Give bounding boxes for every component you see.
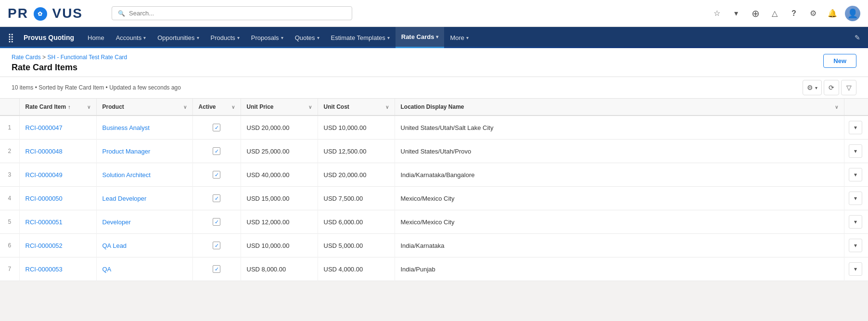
add-button[interactable]: ⊕ (749, 7, 762, 20)
location-cell: Mexico/Mexico City (395, 187, 844, 210)
refresh-icon: ⟳ (829, 84, 834, 91)
page-header: Rate Cards > SH - Functional Test Rate C… (0, 48, 868, 77)
rci-link[interactable]: RCI-0000053 (26, 266, 63, 273)
active-checkbox[interactable]: ✓ (213, 194, 220, 202)
chevron-down-button[interactable]: ▾ (729, 7, 743, 20)
rci-cell: RCI-0000047 (19, 116, 96, 140)
apps-grid-icon[interactable]: ⣿ (4, 28, 18, 47)
active-chevron-icon: ∨ (231, 104, 235, 110)
unit-price-cell: USD 40,000.00 (241, 163, 318, 187)
row-num: 2 (0, 140, 19, 163)
nav-label-rate-cards: Rate Cards (401, 33, 434, 40)
breadcrumb-rate-card-detail[interactable]: SH - Functional Test Rate Card (47, 54, 127, 61)
active-cell: ✓ (192, 257, 241, 281)
row-action-button[interactable]: ▾ (849, 144, 862, 158)
active-checkbox[interactable]: ✓ (213, 171, 220, 179)
nav-label-estimate-templates: Estimate Templates (331, 34, 385, 41)
active-checkbox[interactable]: ✓ (213, 147, 220, 155)
nav-edit-icon[interactable]: ✎ (851, 30, 864, 45)
location-cell: India/Karnataka (395, 234, 844, 257)
location-cell: India/Punjab (395, 257, 844, 281)
triangle-alert-button[interactable]: △ (768, 7, 781, 20)
col-header-active[interactable]: Active ∨ (192, 99, 241, 116)
product-link[interactable]: Developer (102, 218, 131, 226)
nav-item-more[interactable]: More ▾ (444, 27, 474, 48)
nav-item-home[interactable]: Home (82, 27, 110, 48)
search-bar[interactable]: 🔍 (112, 6, 352, 20)
row-action-button[interactable]: ▾ (849, 262, 862, 276)
row-action-cell: ▾ (844, 187, 868, 210)
col-header-num (0, 99, 19, 116)
rci-link[interactable]: RCI-0000051 (26, 218, 63, 226)
table-row: 7 RCI-0000053 QA ✓ USD 8,000.00 USD 4,00… (0, 257, 868, 281)
nav-item-rate-cards[interactable]: Rate Cards ▾ (396, 27, 445, 48)
rci-link[interactable]: RCI-0000052 (26, 242, 63, 249)
notifications-button[interactable]: 🔔 (826, 7, 839, 20)
product-link[interactable]: Business Analyst (102, 124, 150, 131)
quotes-chevron-icon: ▾ (317, 35, 319, 40)
rci-link[interactable]: RCI-0000047 (26, 124, 63, 131)
active-checkbox[interactable]: ✓ (213, 265, 220, 273)
search-input[interactable] (129, 10, 346, 17)
row-action-button[interactable]: ▾ (849, 215, 862, 229)
settings-dropdown-button[interactable]: ⚙ ▾ (803, 80, 822, 95)
star-button[interactable]: ☆ (710, 7, 724, 20)
active-checkbox[interactable]: ✓ (213, 218, 220, 226)
product-cell: QA (96, 257, 192, 281)
col-header-product[interactable]: Product ∨ (96, 99, 192, 116)
table-header-row: Rate Card Item ↑ ∨ Product ∨ Activ (0, 99, 868, 116)
row-num: 7 (0, 257, 19, 281)
filter-button[interactable]: ▽ (841, 80, 856, 95)
product-link[interactable]: Lead Developer (102, 195, 147, 202)
col-label-unit-cost: Unit Cost (324, 103, 349, 110)
col-header-location[interactable]: Location Display Name ∨ (395, 99, 844, 116)
refresh-button[interactable]: ⟳ (824, 80, 839, 95)
new-button[interactable]: New (823, 54, 856, 68)
nav-item-opportunities[interactable]: Opportunities ▾ (152, 27, 204, 48)
col-header-unit-cost[interactable]: Unit Cost ∨ (318, 99, 395, 116)
breadcrumb-rate-cards[interactable]: Rate Cards (12, 54, 41, 61)
active-checkbox[interactable]: ✓ (213, 124, 220, 131)
row-action-button[interactable]: ▾ (849, 168, 862, 181)
row-action-button[interactable]: ▾ (849, 239, 862, 252)
col-header-unit-price[interactable]: Unit Price ∨ (241, 99, 318, 116)
nav-item-proposals[interactable]: Proposals ▾ (245, 27, 289, 48)
product-cell: Lead Developer (96, 187, 192, 210)
rci-link[interactable]: RCI-0000048 (26, 148, 63, 155)
rci-link[interactable]: RCI-0000050 (26, 195, 63, 202)
settings-chevron-icon: ▾ (815, 85, 817, 90)
active-cell: ✓ (192, 140, 241, 163)
rci-link[interactable]: RCI-0000049 (26, 171, 63, 179)
chevron-down-icon: ▾ (734, 9, 738, 18)
avatar[interactable]: 👤 (845, 6, 860, 21)
location-cell: United States/Utah/Salt Lake City (395, 116, 844, 140)
product-link[interactable]: QA (102, 266, 112, 273)
col-label-rci: Rate Card Item (26, 103, 66, 110)
product-link[interactable]: QA Lead (102, 242, 127, 249)
settings-button[interactable]: ⚙ (806, 7, 820, 20)
star-icon: ☆ (714, 9, 720, 18)
unit-price-cell: USD 20,000.00 (241, 116, 318, 140)
accounts-chevron-icon: ▾ (143, 35, 146, 40)
row-action-button[interactable]: ▾ (849, 192, 862, 205)
product-cell: Business Analyst (96, 116, 192, 140)
unit-price-cell: USD 10,000.00 (241, 234, 318, 257)
row-num: 3 (0, 163, 19, 187)
help-button[interactable]: ? (787, 7, 801, 20)
product-cell: Solution Architect (96, 163, 192, 187)
row-action-cell: ▾ (844, 140, 868, 163)
rci-cell: RCI-0000053 (19, 257, 96, 281)
nav-item-quotes[interactable]: Quotes ▾ (289, 27, 325, 48)
header-right: New (823, 54, 856, 68)
content-area: Rate Cards > SH - Functional Test Rate C… (0, 48, 868, 281)
active-checkbox[interactable]: ✓ (213, 242, 220, 249)
col-header-rci[interactable]: Rate Card Item ↑ ∨ (19, 99, 96, 116)
product-link[interactable]: Solution Architect (102, 171, 151, 179)
nav-item-estimate-templates[interactable]: Estimate Templates ▾ (325, 27, 396, 48)
product-link[interactable]: Product Manager (102, 148, 151, 155)
row-action-button[interactable]: ▾ (849, 121, 862, 134)
unit-cost-cell: USD 4,000.00 (318, 257, 395, 281)
nav-item-accounts[interactable]: Accounts ▾ (110, 27, 152, 48)
active-cell: ✓ (192, 187, 241, 210)
nav-item-products[interactable]: Products ▾ (205, 27, 245, 48)
